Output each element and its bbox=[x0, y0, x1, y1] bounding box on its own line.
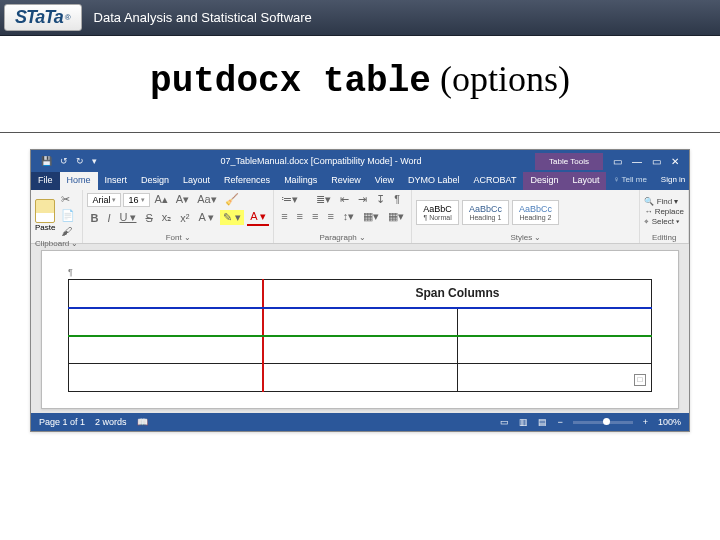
demo-table[interactable]: Span Columns bbox=[68, 279, 652, 392]
clear-format-icon[interactable]: 🧹 bbox=[222, 192, 242, 207]
align-justify-button[interactable]: ≡ bbox=[324, 209, 336, 224]
restore-icon[interactable]: ▭ bbox=[652, 156, 661, 167]
title-paren: (options) bbox=[431, 59, 570, 99]
read-mode-icon[interactable]: ▭ bbox=[500, 417, 509, 427]
indent-button[interactable]: ⇥ bbox=[355, 192, 370, 207]
web-layout-icon[interactable]: ▤ bbox=[538, 417, 547, 427]
tab-view[interactable]: View bbox=[368, 172, 401, 190]
bullets-button[interactable]: ≔▾ bbox=[278, 192, 301, 207]
style-normal[interactable]: AaBbC ¶ Normal bbox=[416, 200, 459, 225]
tab-design[interactable]: Design bbox=[134, 172, 176, 190]
cell-r4c3[interactable] bbox=[457, 364, 651, 392]
undo-icon[interactable]: ↺ bbox=[60, 156, 68, 166]
align-left-button[interactable]: ≡ bbox=[278, 209, 290, 224]
stata-tagline: Data Analysis and Statistical Software bbox=[94, 10, 312, 25]
ribbon-options-icon[interactable]: ▭ bbox=[613, 156, 622, 167]
text-effects-button[interactable]: A ▾ bbox=[196, 210, 218, 225]
align-right-button[interactable]: ≡ bbox=[309, 209, 321, 224]
grow-font-icon[interactable]: A▴ bbox=[152, 192, 171, 207]
cell-r1c1[interactable] bbox=[69, 280, 263, 308]
redo-icon[interactable]: ↻ bbox=[76, 156, 84, 166]
table-tools-label: Table Tools bbox=[535, 153, 603, 170]
clipboard-label[interactable]: Clipboard ⌄ bbox=[35, 238, 78, 249]
tab-table-design[interactable]: Design bbox=[523, 172, 565, 190]
span-columns-cell[interactable]: Span Columns bbox=[263, 280, 652, 308]
tab-home[interactable]: Home bbox=[60, 172, 98, 190]
italic-button[interactable]: I bbox=[104, 211, 113, 225]
page-indicator[interactable]: Page 1 of 1 bbox=[39, 417, 85, 427]
minimize-icon[interactable]: — bbox=[632, 156, 642, 167]
tab-mailings[interactable]: Mailings bbox=[277, 172, 324, 190]
tab-layout[interactable]: Layout bbox=[176, 172, 217, 190]
cell-r3c2[interactable] bbox=[263, 336, 457, 364]
strike-button[interactable]: S bbox=[142, 211, 155, 225]
cell-r2c1[interactable] bbox=[69, 308, 263, 336]
line-spacing-button[interactable]: ↕▾ bbox=[340, 209, 358, 224]
font-name-combo[interactable]: Arial▾ bbox=[87, 193, 121, 207]
tab-references[interactable]: References bbox=[217, 172, 277, 190]
find-button[interactable]: 🔍 Find ▾ bbox=[644, 197, 684, 206]
sort-button[interactable]: ↧ bbox=[373, 192, 388, 207]
tab-review[interactable]: Review bbox=[324, 172, 368, 190]
zoom-slider[interactable] bbox=[573, 421, 633, 424]
font-size-combo[interactable]: 16▾ bbox=[123, 193, 149, 207]
cut-icon[interactable]: ✂ bbox=[58, 192, 78, 207]
zoom-in-button[interactable]: + bbox=[643, 417, 648, 427]
font-label[interactable]: Font ⌄ bbox=[87, 232, 269, 243]
font-color-button[interactable]: A ▾ bbox=[247, 209, 269, 226]
format-painter-icon[interactable]: 🖌 bbox=[58, 224, 78, 238]
cell-r2c3[interactable] bbox=[457, 308, 651, 336]
superscript-button[interactable]: x² bbox=[177, 211, 192, 225]
language-indicator[interactable]: 📖 bbox=[137, 417, 148, 427]
tab-table-layout[interactable]: Layout bbox=[565, 172, 606, 190]
cell-r2c2[interactable] bbox=[263, 308, 457, 336]
share-button[interactable]: ⇪ Share bbox=[692, 172, 720, 190]
show-marks-button[interactable]: ¶ bbox=[391, 192, 403, 207]
style-heading1[interactable]: AaBbCc Heading 1 bbox=[462, 200, 509, 225]
paste-label[interactable]: Paste bbox=[35, 223, 55, 232]
dedent-button[interactable]: ⇤ bbox=[337, 192, 352, 207]
word-count[interactable]: 2 words bbox=[95, 417, 127, 427]
qat-more-icon[interactable]: ▾ bbox=[92, 156, 97, 166]
tab-dymo[interactable]: DYMO Label bbox=[401, 172, 467, 190]
multilevel-button[interactable]: ≣▾ bbox=[313, 192, 334, 207]
highlight-button[interactable]: ✎ ▾ bbox=[220, 210, 244, 225]
shading-button[interactable]: ▦▾ bbox=[360, 209, 382, 224]
copy-icon[interactable]: 📄 bbox=[58, 208, 78, 223]
window-controls: ▭ — ▭ ✕ bbox=[603, 156, 689, 167]
change-case-icon[interactable]: Aa▾ bbox=[194, 192, 219, 207]
numbering-button[interactable] bbox=[304, 192, 310, 207]
tell-me[interactable]: ♀ Tell me bbox=[606, 172, 653, 190]
zoom-out-button[interactable]: − bbox=[557, 417, 562, 427]
shrink-font-icon[interactable]: A▾ bbox=[173, 192, 192, 207]
quick-access-toolbar: 💾 ↺ ↻ ▾ bbox=[31, 156, 107, 166]
bold-button[interactable]: B bbox=[87, 211, 101, 225]
zoom-level[interactable]: 100% bbox=[658, 417, 681, 427]
registered-mark: ® bbox=[65, 13, 71, 22]
select-button[interactable]: ⌖ Select ▾ bbox=[644, 217, 684, 227]
table-resize-handle[interactable]: □ bbox=[634, 374, 646, 386]
tab-acrobat[interactable]: ACROBAT bbox=[467, 172, 524, 190]
underline-button[interactable]: U ▾ bbox=[116, 210, 139, 225]
paste-icon[interactable] bbox=[35, 199, 55, 223]
close-icon[interactable]: ✕ bbox=[671, 156, 679, 167]
document-area[interactable]: ¶ Span Columns bbox=[31, 244, 689, 413]
style-heading2[interactable]: AaBbCc Heading 2 bbox=[512, 200, 559, 225]
sign-in[interactable]: Sign in bbox=[654, 172, 692, 190]
align-center-button[interactable]: ≡ bbox=[294, 209, 306, 224]
cell-r3c3[interactable] bbox=[457, 336, 651, 364]
tab-insert[interactable]: Insert bbox=[98, 172, 135, 190]
save-icon[interactable]: 💾 bbox=[41, 156, 52, 166]
print-layout-icon[interactable]: ▥ bbox=[519, 417, 528, 427]
title-mono: putdocx table bbox=[150, 61, 431, 102]
tab-file[interactable]: File bbox=[31, 172, 60, 190]
subscript-button[interactable]: x₂ bbox=[159, 210, 175, 225]
cell-r4c2[interactable] bbox=[263, 364, 457, 392]
cell-r3c1[interactable] bbox=[69, 336, 263, 364]
paragraph-label[interactable]: Paragraph ⌄ bbox=[278, 232, 407, 243]
borders-button[interactable]: ▦▾ bbox=[385, 209, 407, 224]
cell-r4c1[interactable] bbox=[69, 364, 263, 392]
replace-button[interactable]: ↔ Replace bbox=[644, 207, 684, 216]
editing-label[interactable]: Editing bbox=[644, 232, 684, 243]
styles-label[interactable]: Styles ⌄ bbox=[416, 232, 635, 243]
